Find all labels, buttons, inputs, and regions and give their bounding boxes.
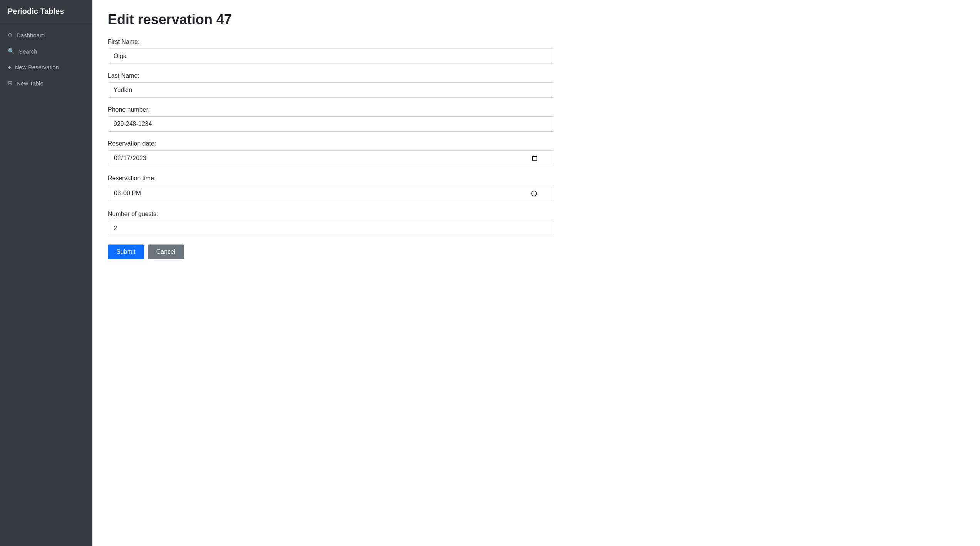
guests-group: Number of guests: [108,211,965,236]
page-title: Edit reservation 47 [108,12,965,28]
submit-button[interactable]: Submit [108,245,144,259]
sidebar: Periodic Tables ⊙ Dashboard 🔍 Search + N… [0,0,92,546]
dashboard-icon: ⊙ [8,32,13,39]
last-name-input[interactable] [108,82,554,98]
sidebar-nav: ⊙ Dashboard 🔍 Search + New Reservation ⊞… [0,23,92,95]
sidebar-item-new-table[interactable]: ⊞ New Table [0,75,92,91]
phone-input[interactable] [108,116,554,132]
time-group: Reservation time: [108,175,965,202]
sidebar-item-label-dashboard: Dashboard [17,32,45,39]
sidebar-item-search[interactable]: 🔍 Search [0,43,92,59]
sidebar-brand: Periodic Tables [0,0,92,23]
guests-input[interactable] [108,221,554,236]
plus-icon: + [8,64,11,70]
time-input-wrapper [108,185,554,202]
date-label: Reservation date: [108,140,965,147]
main-content: Edit reservation 47 First Name: Last Nam… [92,0,980,546]
table-icon: ⊞ [8,80,13,87]
sidebar-item-label-new-reservation: New Reservation [15,64,59,70]
first-name-label: First Name: [108,39,965,45]
time-input[interactable] [108,185,554,202]
sidebar-item-new-reservation[interactable]: + New Reservation [0,59,92,75]
sidebar-item-dashboard[interactable]: ⊙ Dashboard [0,27,92,43]
sidebar-item-label-search: Search [19,48,37,55]
date-input[interactable] [108,150,554,166]
search-icon: 🔍 [8,48,15,55]
guests-label: Number of guests: [108,211,965,218]
form-actions: Submit Cancel [108,245,965,259]
time-label: Reservation time: [108,175,965,182]
date-input-wrapper [108,150,554,166]
sidebar-item-label-new-table: New Table [17,80,43,87]
cancel-button[interactable]: Cancel [148,245,184,259]
last-name-label: Last Name: [108,72,965,79]
date-group: Reservation date: [108,140,965,166]
first-name-group: First Name: [108,39,965,64]
first-name-input[interactable] [108,49,554,64]
edit-reservation-form: First Name: Last Name: Phone number: Res… [108,39,965,259]
last-name-group: Last Name: [108,72,965,98]
phone-group: Phone number: [108,106,965,132]
phone-label: Phone number: [108,106,965,113]
